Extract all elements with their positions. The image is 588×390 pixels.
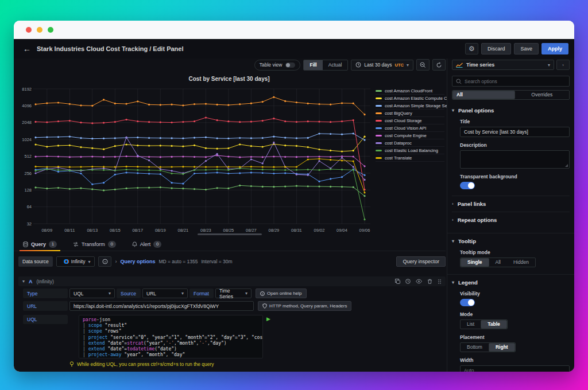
legend-mode-table[interactable]: Table (481, 320, 507, 329)
svg-text:08/23: 08/23 (200, 228, 211, 233)
query-row-header[interactable]: ▾ A (Infinity) (18, 276, 446, 286)
maximize-window-button[interactable] (48, 27, 53, 33)
datasource-picker[interactable]: Infinity ▾ (56, 256, 95, 267)
legend-series-label: cost Translate (385, 155, 412, 161)
visualization-name: Time series (466, 62, 494, 68)
type-select[interactable]: UQL▾ (69, 288, 115, 298)
minimize-window-button[interactable] (37, 27, 42, 33)
url-input[interactable] (69, 301, 254, 311)
legend-item[interactable]: cost Compute Engine (376, 132, 444, 139)
search-icon (456, 79, 462, 84)
legend-series-label: cost BigQuery (385, 111, 412, 116)
tooltip-mode-hidden[interactable]: Hidden (507, 258, 535, 267)
svg-text:08/09: 08/09 (41, 228, 52, 233)
tab-alert-badge: 0 (153, 241, 161, 248)
close-window-button[interactable] (26, 27, 32, 33)
legend-item[interactable]: cost Elastic Load Balancing (376, 147, 444, 154)
tab-query-badge: 1 (49, 241, 57, 248)
legend-width-input[interactable] (460, 365, 570, 372)
history-icon[interactable] (405, 279, 411, 284)
repeat-options-section[interactable]: › Repeat options (452, 212, 570, 228)
collapse-chevron-icon[interactable]: ▾ (22, 279, 25, 284)
dashboard-settings-button[interactable]: ⚙ (465, 43, 478, 54)
http-options-button[interactable]: HTTP method, Query param, Headers (258, 301, 351, 311)
source-select[interactable]: URL▾ (142, 288, 188, 298)
tooltip-mode-segment: Single All Hidden (460, 258, 536, 267)
transparent-background-toggle[interactable] (460, 182, 475, 189)
legend-item[interactable]: cost Cloud Storage (376, 117, 444, 124)
back-arrow-icon[interactable]: ← (23, 44, 31, 53)
cost-chart: 8192409620481024512256128643208/0908/110… (18, 84, 373, 240)
table-view-switch[interactable] (285, 63, 295, 68)
legend-visibility-toggle[interactable] (460, 299, 475, 306)
tooltip-mode-label: Tooltip mode (460, 249, 570, 255)
tab-transform[interactable]: Transform 0 (69, 238, 119, 251)
gradient-frame: ← Stark Industries Cloud Cost Tracking /… (0, 0, 588, 390)
trash-icon[interactable] (427, 279, 432, 284)
time-range-picker[interactable]: Last 30 days UTC ▾ (351, 60, 413, 71)
page-title: Stark Industries Cloud Cost Tracking / E… (37, 45, 184, 52)
save-button[interactable]: Save (514, 43, 539, 54)
apply-button[interactable]: Apply (541, 43, 568, 54)
options-search[interactable] (452, 76, 570, 87)
tab-overrides[interactable]: Overrides (515, 91, 570, 99)
visualization-picker[interactable]: Time series ▾ (452, 60, 554, 70)
format-select[interactable]: Time Series▾ (215, 288, 252, 298)
legend-item[interactable]: cost Amazon Elastic Compute Cloud (376, 95, 444, 102)
legend-item[interactable]: cost Amazon Simple Storage Service (376, 102, 444, 110)
discard-button[interactable]: Discard (481, 43, 512, 54)
legend-swatch (376, 142, 382, 144)
query-inspector-button[interactable]: Query inspector (396, 256, 446, 267)
uql-hint-text: While editing UQL, you can press ctrl+s/… (77, 361, 214, 367)
options-search-input[interactable] (465, 79, 566, 84)
horizontal-scrollbar[interactable] (198, 233, 262, 235)
refresh-button[interactable] (432, 59, 446, 71)
legend-series-label: cost Amazon Simple Storage Service (385, 103, 457, 108)
zoom-out-button[interactable] (416, 59, 430, 71)
svg-text:08/31: 08/31 (291, 228, 302, 233)
toggle-options-pane-button[interactable]: › (556, 60, 570, 70)
actual-button[interactable]: Actual (323, 60, 348, 70)
table-view-toggle[interactable]: Table view (254, 60, 301, 71)
window-titlebar (14, 21, 574, 39)
tab-query[interactable]: Query 1 (20, 238, 60, 251)
legend-placement-bottom[interactable]: Bottom (461, 343, 489, 352)
panel-title-input[interactable] (460, 127, 570, 137)
duplicate-query-icon[interactable] (395, 279, 400, 284)
chart-title: Cost by Service [last 30 days] (20, 76, 439, 82)
run-query-icon[interactable]: ▶ (266, 316, 270, 322)
chevron-down-icon: ▾ (88, 259, 90, 264)
panel-links-section[interactable]: › Panel links (452, 196, 570, 212)
legend-mode-list[interactable]: List (461, 320, 481, 329)
legend-section-header[interactable]: ▾ Legend (452, 279, 570, 286)
legend-item[interactable]: cost BigQuery (376, 110, 444, 117)
legend-placement-right[interactable]: Right (489, 343, 515, 352)
query-options-toggle[interactable]: Query options (120, 259, 155, 264)
legend-placement-label: Placement (460, 334, 570, 340)
uql-code-editor[interactable]: parse-json | scope "result" | scope "row… (79, 315, 263, 358)
tab-alert[interactable]: Alert 0 (129, 238, 165, 251)
legend-item[interactable]: cost Amazon CloudFront (376, 87, 444, 95)
tooltip-mode-single[interactable]: Single (461, 258, 489, 267)
drag-handle-icon[interactable] (438, 279, 442, 284)
url-input-field[interactable] (74, 303, 250, 309)
legend-item[interactable]: cost Cloud Vision API (376, 124, 444, 132)
datasource-help-button[interactable] (98, 256, 111, 267)
tab-transform-label: Transform (82, 241, 105, 247)
tooltip-mode-all[interactable]: All (489, 258, 507, 267)
table-view-label: Table view (260, 62, 283, 68)
panel-description-textarea[interactable] (460, 150, 570, 169)
svg-text:1024: 1024 (22, 137, 32, 142)
options-filter-tabs: All Overrides (452, 90, 570, 100)
fill-button[interactable]: Fill (304, 60, 322, 70)
legend-item[interactable]: cost Dataproc (376, 139, 444, 147)
legend-item[interactable]: cost Translate (376, 154, 444, 162)
query-type-row: Type UQL▾ Source URL▾ Format Time Series… (23, 288, 307, 298)
legend-swatch (376, 157, 382, 159)
tab-all[interactable]: All (452, 91, 515, 99)
shield-icon (262, 303, 267, 309)
open-online-help-button[interactable]: Open online help (256, 288, 307, 298)
tooltip-section-header[interactable]: ▾ Tooltip (452, 238, 570, 244)
panel-options-header[interactable]: ▾ Panel options (452, 107, 570, 114)
eye-icon[interactable] (416, 279, 422, 284)
